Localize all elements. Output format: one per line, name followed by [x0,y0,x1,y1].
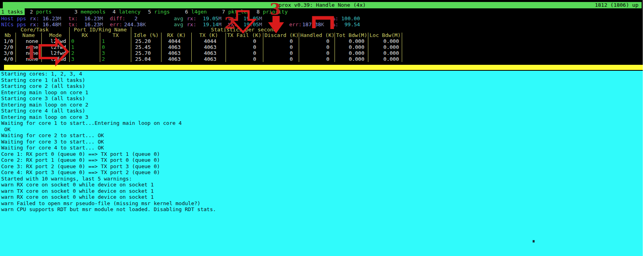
avg-rx-key: rx: [187,21,196,27]
col-rx-k: RX (K) [161,33,192,38]
avg-key: avg [174,21,183,27]
tab-priority[interactable]: 8 priority [257,8,288,15]
pct-value: 99.54 [344,21,360,27]
col-loc-bdw: Loc Bdw(M) [368,33,402,38]
cell-tot-bdw: 0.000 [335,50,368,56]
title-bar: prox v0.39: Handle None (4x) 1812 (1806)… [3,2,642,8]
rx-unit: M [58,16,61,21]
tx-value: 16.23 [84,21,100,27]
log-line: Entering main loop on core 1 [1,89,643,96]
cell-loc-bdw: 0.000 [368,44,402,50]
cell-rx-port: 1 [70,44,100,50]
col-tot-bdw: Tot Bdw(M) [335,33,368,38]
tab-label: priority [263,9,288,15]
cell-tx-fail: 0 [226,38,263,44]
log-line: Waiting for core 4 to start... OK [1,145,643,151]
tx-unit: M [100,21,103,27]
tab-label: latency [119,9,141,15]
cell-tx-port: 1 [100,38,131,44]
cell-discard: 0 [263,50,299,56]
core-stats-table: Core/Task Port ID/Ring Name Statistics p… [0,27,402,62]
cell-rx-port: 3 [70,56,100,62]
tab-tasks[interactable]: 1 tasks [0,8,25,15]
tab-number: 4 [113,9,116,15]
avg-rx-unit: M [218,21,222,27]
cell-name: none [16,50,42,56]
cell-tx-k: 4044 [192,38,226,44]
log-line: warn Failed to open msr pseudo-file (mis… [1,200,643,207]
log-line: Starting core 2 (all tasks) [1,83,643,89]
group-statistics: Statistics per second [131,27,402,33]
cell-tx-port: 3 [100,50,131,56]
tab-rings[interactable]: 5 rings [148,8,170,15]
avg-err-value: 187.38 [302,21,321,27]
tx-key: tx: [68,16,78,21]
col-tx-k: TX (K) [192,33,226,38]
log-line: warn TX core on socket 0 while device on… [1,188,643,194]
log-line: Core 4: RX port 3 (queue 0) ==> TX port … [1,169,643,176]
rx-value: 16.48 [43,21,58,27]
cell-tx-fail: 0 [226,44,263,50]
tab-number: 1 [1,9,4,15]
err-value: 244.38 [124,21,143,27]
log-line: warn CPU supports RDT but msr module not… [1,206,643,213]
cell-mode: l2fwd [42,44,70,50]
avg-tx-unit: M [259,21,262,27]
rx-key: rx: [30,16,39,21]
cell-nb: 4/0 [0,56,16,62]
log-line: Entering main loop on core 2 [1,102,643,108]
tab-label: ports [36,9,52,15]
cell-rx-port: 2 [70,50,100,56]
group-core-task: Core/Task [0,27,70,33]
cell-handled: 0 [299,44,335,50]
prox-terminal-screen: prox v0.39: Handle None (4x) 1812 (1806)… [0,0,644,256]
cell-tot-bdw: 0.000 [335,44,368,50]
separator-bar [4,65,643,70]
cell-tot-bdw: 0.000 [335,56,368,62]
cell-loc-bdw: 0.000 [368,50,402,56]
cell-idle: 25.70 [131,50,161,56]
app-title: prox v0.39: Handle None (4x) [3,2,642,8]
tab-number: 7 [222,9,225,15]
avg-key: avg [174,16,183,21]
tab-bar: 1 tasks 2 ports 3 mempools 4 latency 5 r… [0,8,643,15]
avg-err-key: err: [289,21,302,27]
tab-l4gen[interactable]: 6 l4gen [185,8,207,15]
log-line: warn RX core on socket 0 while device on… [1,194,643,200]
cell-rx-k: 4044 [161,38,192,44]
cell-rx-k: 4063 [161,56,192,62]
table-row: 4/0 none l2fwd 3 2 25.04 4063 4063 0 0 0… [0,56,402,62]
uptime-counter: 1812 (1806) up [595,2,638,8]
cell-nb: 1/0 [0,38,16,44]
tab-latency[interactable]: 4 latency [113,8,140,15]
log-line: Core 1: RX port 0 (queue 0) ==> TX port … [1,151,643,157]
avg-tx-value: 19.05 [243,21,259,27]
cell-idle: 25.45 [131,44,161,50]
tab-number: 8 [257,9,260,15]
tab-mempools[interactable]: 3 mempools [74,8,105,15]
tab-label: pkt_len [228,9,250,15]
cell-mode: l2fwd [42,56,70,62]
cell-rx-port: 0 [70,38,100,44]
tab-number: 2 [30,9,33,15]
tab-pkt-len[interactable]: 7 pkt_len [222,8,250,15]
avg-err-unit: K [321,21,324,27]
log-line: Entering main loop on core 3 [1,114,643,120]
col-tx-fail: TX Fail (K) [226,33,263,38]
avg-rx-value: 19.14 [203,21,218,27]
col-handled: Handled (K) [299,33,335,38]
cell-idle: 25.04 [131,56,161,62]
tab-label: tasks [8,9,23,15]
group-port-id: Port ID/Ring Name [70,27,131,33]
cell-rx-k: 4063 [161,50,192,56]
pct-key: %: [332,16,339,21]
table-row: 2/0 none l2fwd 1 0 25.45 4063 4063 0 0 0… [0,44,402,50]
tab-ports[interactable]: 2 ports [30,8,52,15]
cell-name: none [16,56,42,62]
cell-tx-k: 4063 [192,50,226,56]
tab-number: 6 [185,9,188,15]
cell-handled: 0 [299,38,335,44]
log-line: Waiting for core 1 to start...Entering m… [1,120,643,126]
col-tx: TX [100,33,131,38]
log-line: Core 3: RX port 2 (queue 0) ==> TX port … [1,163,643,170]
